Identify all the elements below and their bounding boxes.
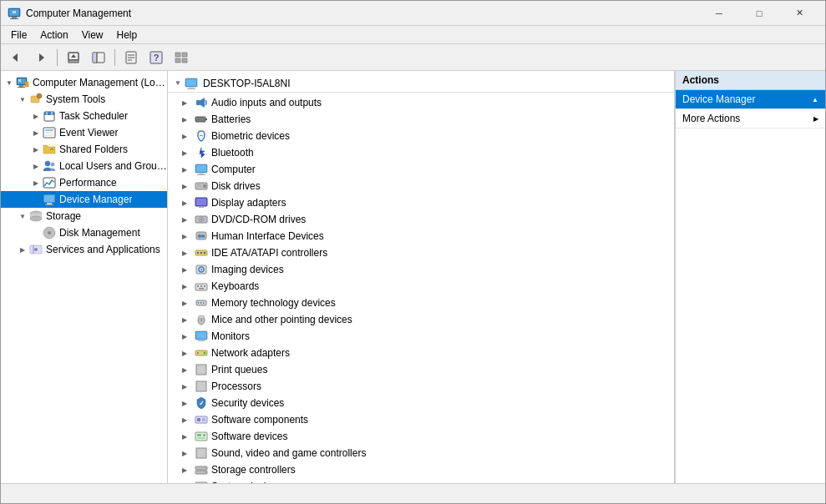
expand-arrow-performance[interactable] — [29, 176, 43, 189]
expand-arrow-event-viewer[interactable] — [29, 126, 43, 139]
menu-view[interactable]: View — [75, 28, 110, 43]
toolbar-back-button[interactable] — [4, 47, 28, 68]
tree-item-performance[interactable]: Performance — [1, 174, 167, 191]
tree-item-storage[interactable]: Storage — [1, 208, 167, 224]
device-item-imaging[interactable]: ▶ Imaging devices — [168, 261, 674, 278]
tree-item-computer-management[interactable]: Computer Management (Local — [1, 74, 167, 91]
device-item-computer[interactable]: ▶ Computer — [168, 161, 674, 178]
device-item-ide[interactable]: ▶ IDE ATA/ATAPI controllers — [168, 244, 674, 261]
expand-arrow-disk-drives[interactable]: ▶ — [175, 183, 195, 190]
minimize-button[interactable]: ─ — [700, 1, 738, 26]
expand-arrow-audio[interactable]: ▶ — [175, 99, 195, 107]
expand-arrow-sound-video[interactable]: ▶ — [175, 450, 195, 457]
tree-item-disk-management[interactable]: Disk Management — [1, 224, 167, 241]
device-item-monitors[interactable]: ▶ Monitors — [168, 328, 674, 345]
expand-arrow-ide[interactable]: ▶ — [175, 249, 195, 257]
expand-arrow-computer-management[interactable] — [3, 76, 16, 89]
expand-arrow-system-tools[interactable] — [16, 93, 29, 106]
svg-marker-6 — [39, 53, 44, 62]
device-item-network[interactable]: ▶ Network adapters — [168, 345, 674, 361]
device-item-software-devices[interactable]: ▶ Software devices — [168, 428, 674, 445]
expand-arrow-storage[interactable] — [16, 209, 29, 223]
toolbar-up-button[interactable] — [62, 47, 85, 68]
close-button[interactable]: ✕ — [780, 1, 818, 26]
device-item-security[interactable]: ▶ ✓ Security devices — [168, 395, 674, 411]
device-item-dvd-drives[interactable]: ▶ DVD/CD-ROM drives — [168, 211, 674, 228]
expand-arrow-imaging[interactable]: ▶ — [175, 266, 195, 274]
svg-point-50 — [48, 231, 51, 234]
device-item-storage-controllers[interactable]: ▶ Storage controllers — [168, 461, 674, 478]
svg-rect-3 — [10, 18, 18, 19]
expand-arrow-print-queues[interactable]: ▶ — [175, 366, 195, 374]
tree-item-local-users[interactable]: Local Users and Groups — [1, 158, 167, 174]
device-item-audio[interactable]: ▶ Audio inputs and outputs — [168, 94, 674, 111]
maximize-button[interactable]: □ — [740, 1, 778, 26]
expand-arrow-display-adapters[interactable]: ▶ — [175, 199, 195, 207]
toolbar-forward-button[interactable] — [29, 47, 53, 68]
expand-arrow-mice[interactable]: ▶ — [175, 316, 195, 324]
action-item-device-manager[interactable]: Device Manager ▲ — [676, 90, 825, 109]
svg-rect-106 — [196, 365, 206, 375]
action-item-more-actions[interactable]: More Actions ▶ — [676, 109, 825, 129]
expand-arrow-batteries[interactable]: ▶ — [175, 116, 195, 123]
tree-item-system-tools[interactable]: System Tools — [1, 91, 167, 108]
expand-arrow-computer[interactable]: ▶ — [175, 166, 195, 174]
expand-arrow-software-components[interactable]: ▶ — [175, 416, 195, 424]
device-item-sound-video[interactable]: ▶ Sound, video and game controllers — [168, 445, 674, 461]
expand-arrow-biometric[interactable]: ▶ — [175, 133, 195, 140]
expand-arrow-local-users[interactable] — [29, 159, 43, 173]
window-controls: ─ □ ✕ — [700, 1, 818, 26]
tree-item-shared-folders[interactable]: Shared Folders — [1, 141, 167, 158]
menu-action[interactable]: Action — [33, 28, 74, 43]
toolbar-view-button[interactable] — [170, 47, 193, 68]
expand-arrow-security[interactable]: ▶ — [175, 400, 195, 407]
software-icon — [195, 413, 208, 426]
device-item-disk-drives[interactable]: ▶ Disk drives — [168, 178, 674, 194]
sound-icon — [195, 446, 208, 460]
menu-help[interactable]: Help — [110, 28, 144, 43]
tree-item-services-apps[interactable]: Services and Applications — [1, 241, 167, 258]
device-item-software-components[interactable]: ▶ Software components — [168, 411, 674, 428]
svg-rect-82 — [200, 252, 202, 254]
toolbar-properties-button[interactable] — [119, 47, 143, 68]
device-item-display-adapters[interactable]: ▶ Display adapters — [168, 194, 674, 211]
expand-arrow-task-scheduler[interactable] — [29, 109, 43, 123]
expand-arrow-monitors[interactable]: ▶ — [175, 333, 195, 340]
expand-arrow-shared-folders[interactable] — [29, 143, 43, 156]
expand-arrow-services-apps[interactable] — [16, 243, 29, 256]
expand-arrow-keyboards[interactable]: ▶ — [175, 283, 195, 290]
expand-arrow-dvd-drives[interactable]: ▶ — [175, 216, 195, 224]
toolbar-help-button[interactable]: ? — [144, 47, 168, 68]
tree-item-device-manager[interactable]: Device Manager — [1, 191, 167, 208]
memory-icon — [195, 296, 208, 310]
expand-arrow-hid[interactable]: ▶ — [175, 233, 195, 240]
svg-rect-91 — [199, 288, 204, 290]
device-label-network: Network adapters — [211, 347, 290, 359]
device-item-processors[interactable]: ▶ Processors — [168, 378, 674, 395]
svg-rect-115 — [203, 434, 205, 436]
expand-arrow-storage-controllers[interactable]: ▶ — [175, 466, 195, 474]
device-item-print-queues[interactable]: ▶ Print queues — [168, 361, 674, 378]
expand-arrow-processors[interactable]: ▶ — [175, 383, 195, 391]
svg-rect-21 — [175, 58, 180, 63]
computer-expand-arrow[interactable] — [171, 77, 185, 90]
computer-name-label: DESKTOP-I5AL8NI — [203, 78, 290, 89]
device-item-batteries[interactable]: ▶ Batteries — [168, 111, 674, 128]
menu-file[interactable]: File — [4, 28, 33, 43]
expand-arrow-bluetooth[interactable]: ▶ — [175, 149, 195, 157]
expand-arrow-memory[interactable]: ▶ — [175, 300, 195, 307]
expand-arrow-network[interactable]: ▶ — [175, 350, 195, 357]
device-item-keyboards[interactable]: ▶ Keyboards — [168, 278, 674, 295]
tree-label-task-scheduler: Task Scheduler — [59, 110, 128, 122]
device-item-mice[interactable]: ▶ Mice and other pointing devices — [168, 311, 674, 328]
tree-item-task-scheduler[interactable]: Task Scheduler — [1, 108, 167, 124]
main-content: Computer Management (Local System Tools — [1, 71, 825, 483]
toolbar-show-hide-button[interactable] — [87, 47, 110, 68]
device-item-memory[interactable]: ▶ Memory technology devices — [168, 295, 674, 311]
tree-item-event-viewer[interactable]: Event Viewer — [1, 124, 167, 141]
device-item-hid[interactable]: ▶ Human Interface Devices — [168, 228, 674, 244]
device-item-bluetooth[interactable]: ▶ Bluetooth — [168, 144, 674, 161]
title-bar: Computer Management ─ □ ✕ — [1, 1, 825, 26]
device-item-biometric[interactable]: ▶ Biometric devices — [168, 128, 674, 144]
expand-arrow-software-devices[interactable]: ▶ — [175, 433, 195, 441]
